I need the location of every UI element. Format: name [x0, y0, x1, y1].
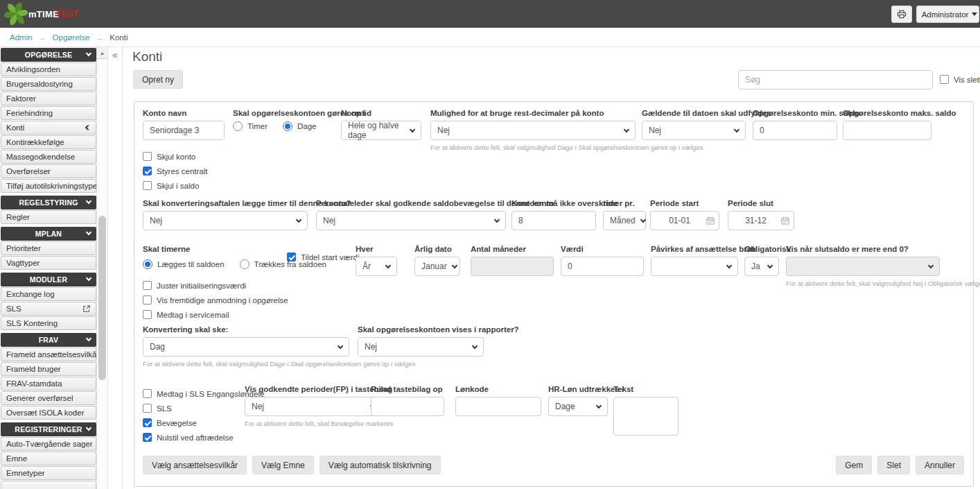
- sidebar-item[interactable]: Frameld ansættelsesvilkår: [1, 348, 96, 361]
- field-label: HR-Løn udtrækkes i: [548, 385, 624, 393]
- nulstil-ved-aftraedelse-checkbox[interactable]: Nulstil ved aftrædelse: [143, 433, 234, 442]
- chevron-down-icon: [86, 425, 91, 431]
- styres-centralt-checkbox[interactable]: Styres centralt: [143, 166, 208, 175]
- sidebar-item-label: SLS: [6, 304, 21, 313]
- sidebar-item[interactable]: Emnetyper: [1, 466, 96, 480]
- sidebar-item-label: Tilføj autotilskrivningstyper: [6, 182, 100, 190]
- sidebar-section-header[interactable]: FRAV: [1, 333, 96, 347]
- sidebar-item[interactable]: Frameld bruger: [1, 362, 96, 376]
- sidebar-section-title: MPLAN: [35, 230, 62, 238]
- vis-slutsaldo-select[interactable]: [786, 257, 940, 276]
- select-value: Nej: [649, 126, 661, 135]
- tildel-start-vaerdi-checkbox[interactable]: Tildel start værdi: [287, 252, 360, 261]
- normtid-select[interactable]: Hele og halve dage: [341, 121, 421, 140]
- aarlig-dato-select[interactable]: Januar: [414, 257, 460, 276]
- calendar-icon[interactable]: [706, 216, 715, 225]
- collapse-sidebar-button[interactable]: «: [108, 49, 122, 60]
- select-value: Nej: [252, 402, 264, 411]
- rund-tastebilag-input[interactable]: [371, 397, 444, 416]
- min-saldo-input[interactable]: [753, 121, 837, 140]
- sidebar-item[interactable]: FRAV-stamdata: [1, 377, 96, 391]
- hver-select[interactable]: År: [356, 257, 397, 276]
- timer-pr-select[interactable]: Måned: [603, 211, 646, 230]
- vises-rapporter-select[interactable]: Nej: [358, 337, 484, 357]
- personaleleder-select[interactable]: Nej: [316, 211, 506, 230]
- sidebar-item[interactable]: Afviklingsorden: [1, 62, 96, 76]
- sidebar-item[interactable]: Generer overførsel: [1, 391, 96, 405]
- radio-dage[interactable]: Dage: [283, 121, 317, 131]
- radio-laegges-til-saldoen[interactable]: Lægges til saldoen: [143, 259, 225, 269]
- create-new-button[interactable]: Opret ny: [133, 70, 183, 89]
- maks-saldo-input[interactable]: [843, 121, 931, 140]
- sidebar-section-header[interactable]: REGISTRERINGER: [1, 422, 96, 436]
- sls-checkbox[interactable]: SLS: [143, 404, 172, 413]
- vaelg-automatisk-tilskrivning-button[interactable]: Vælg automatisk tilskrivning: [320, 456, 441, 474]
- obligatorisk-select[interactable]: Ja: [744, 257, 779, 276]
- hr-loen-select[interactable]: Dage: [548, 397, 608, 416]
- sidebar-item[interactable]: Regler: [1, 210, 96, 224]
- vaelg-ansaettelsesvilkaar-button[interactable]: Vælg ansættelsesvilkår: [143, 456, 247, 474]
- sidebar-item[interactable]: Konti: [1, 121, 96, 135]
- checkbox-box: [940, 75, 949, 84]
- antal-maaneder-input[interactable]: [471, 257, 554, 276]
- sidebar-item-label: SLS Kontering: [6, 319, 58, 327]
- sidebar-section-header[interactable]: MODULER: [1, 273, 96, 286]
- sidebar-item[interactable]: Feriehindring: [1, 106, 96, 120]
- gaeldende-til-select[interactable]: Nej: [642, 121, 746, 140]
- skjul-konto-checkbox[interactable]: Skjul konto: [143, 152, 195, 161]
- sidebar-item-label: Konti: [6, 123, 24, 132]
- show-deleted-checkbox[interactable]: Vis slettet: [940, 75, 980, 84]
- user-menu-label: Administrator: [922, 10, 969, 19]
- sidebar-item[interactable]: Oversæt ISOLA koder: [1, 406, 96, 420]
- breadcrumb-admin[interactable]: Admin: [10, 33, 33, 42]
- sidebar-item[interactable]: Brugersaldostyring: [1, 77, 96, 91]
- breadcrumb-opgorelse[interactable]: Opgørelse: [53, 33, 90, 42]
- bevaegelse-checkbox[interactable]: Bevægelse: [143, 418, 197, 427]
- scrollbar-thumb[interactable]: [98, 216, 106, 380]
- annuller-button[interactable]: Annuller: [916, 456, 964, 474]
- sidebar-item[interactable]: Prioriteter: [1, 241, 96, 255]
- sidebar-item[interactable]: SLS: [1, 302, 96, 316]
- skjul-i-saldo-checkbox[interactable]: Skjul i saldo: [143, 181, 199, 190]
- loenkode-input[interactable]: [455, 397, 541, 416]
- rest-decimaler-select[interactable]: Nej: [430, 121, 636, 140]
- scroll-up-button[interactable]: ▲: [97, 47, 107, 59]
- vaerdi-input[interactable]: [561, 257, 644, 276]
- sidebar-scrollbar[interactable]: ▲: [96, 47, 108, 489]
- medtag-servicemail-checkbox[interactable]: Medtag i servicemail: [143, 310, 229, 319]
- juster-initialiseringsvaerdi-checkbox[interactable]: Juster initialiseringsværdi: [143, 281, 246, 290]
- print-button[interactable]: [891, 6, 912, 23]
- sidebar-item[interactable]: Vagttyper: [1, 256, 96, 270]
- vis-fremtidige-checkbox[interactable]: Vis fremtidige anmodning i opgørelse: [143, 295, 288, 304]
- sidebar-section-header[interactable]: REGELSTYRING: [1, 196, 96, 209]
- sidebar-item[interactable]: SLS Kontering: [1, 316, 96, 330]
- konvertering-select[interactable]: Dag: [143, 337, 349, 357]
- sidebar-item[interactable]: Exchange log: [1, 287, 96, 301]
- sidebar-item[interactable]: Massegodkendelse: [1, 150, 96, 164]
- sidebar-item[interactable]: [1, 481, 96, 489]
- search-input[interactable]: [738, 70, 933, 89]
- sidebar-section-header[interactable]: OPGØRELSE: [1, 48, 96, 62]
- sidebar-section-header[interactable]: MPLAN: [1, 227, 96, 241]
- konverteringsaftalen-select[interactable]: Nej: [143, 211, 308, 230]
- radio-label: Dage: [297, 122, 317, 130]
- sidebar-item[interactable]: Auto-Tværgående sager: [1, 437, 96, 451]
- field-label: Gældende til datoen skal udfyldes: [642, 109, 771, 117]
- checkbox-box: [143, 418, 152, 427]
- user-menu-button[interactable]: Administrator: [916, 6, 979, 23]
- ikke-overskride-input[interactable]: [511, 211, 596, 230]
- gem-button[interactable]: Gem: [836, 456, 872, 474]
- tekst-textarea[interactable]: [613, 397, 679, 436]
- konto-navn-input[interactable]: [143, 121, 225, 140]
- slet-button[interactable]: Slet: [877, 456, 910, 474]
- vaelg-emne-button[interactable]: Vælg Emne: [252, 456, 314, 474]
- sidebar-item[interactable]: Tilføj autotilskrivningstyper: [1, 179, 96, 193]
- radio-timer[interactable]: Timer: [233, 121, 268, 131]
- sidebar-item[interactable]: Faktorer: [1, 92, 96, 105]
- sidebar-item[interactable]: Overførelser: [1, 164, 96, 178]
- godkendte-perioder-select[interactable]: Nej: [245, 397, 382, 416]
- calendar-icon[interactable]: [781, 216, 789, 225]
- sidebar-item[interactable]: Kontirækkefølge: [1, 135, 96, 149]
- paavirkes-select[interactable]: [651, 257, 738, 276]
- sidebar-item[interactable]: Emne: [1, 452, 96, 465]
